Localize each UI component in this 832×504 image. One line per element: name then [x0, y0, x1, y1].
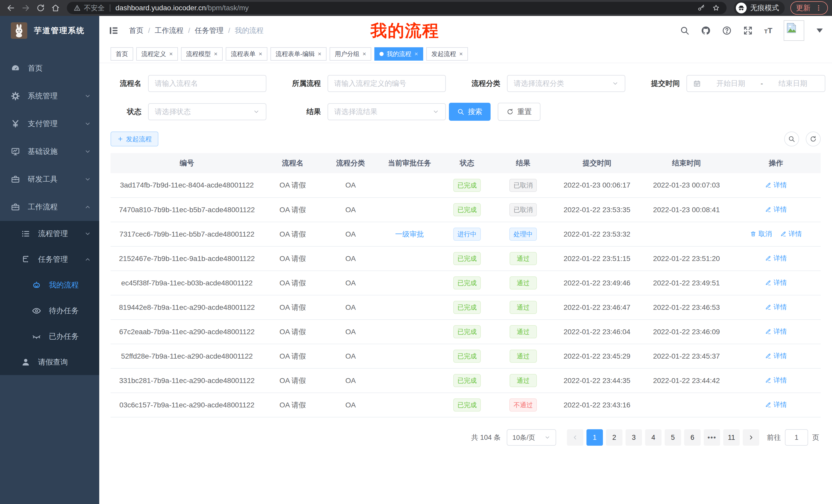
submit-time-range-picker[interactable]: 开始日期 - 结束日期: [686, 75, 825, 92]
browser-reload-button[interactable]: [34, 1, 47, 15]
page-annotation: 我的流程: [370, 20, 439, 42]
security-chip[interactable]: 不安全: [74, 3, 105, 12]
tab-close-icon[interactable]: ×: [414, 51, 418, 57]
detail-link[interactable]: 详情: [765, 327, 787, 336]
sidebar-item-请假查询[interactable]: 请假查询: [0, 349, 99, 375]
sidebar-item-首页[interactable]: 首页: [0, 54, 99, 82]
sidebar-item-任务管理[interactable]: 任务管理: [0, 247, 99, 272]
page-button-6[interactable]: 6: [684, 429, 701, 446]
result-badge: 处理中: [509, 228, 537, 241]
page-size-select[interactable]: 10条/页: [507, 429, 556, 446]
process-category: OA: [322, 344, 379, 368]
browser-menu-icon[interactable]: [815, 4, 822, 11]
page-button-4[interactable]: 4: [645, 429, 661, 446]
detail-link[interactable]: 详情: [765, 303, 787, 312]
detail-link[interactable]: 详情: [765, 205, 787, 214]
table-body: 3ad174fb-7b9d-11ec-8404-acde48001122OA 请…: [110, 173, 821, 417]
tab-close-icon[interactable]: ×: [214, 51, 217, 57]
reset-button[interactable]: 重置: [498, 103, 541, 121]
header-search-icon[interactable]: [680, 26, 690, 35]
sidebar-item-已办任务[interactable]: 已办任务: [0, 324, 99, 349]
detail-link[interactable]: 详情: [765, 254, 787, 263]
password-manager-icon[interactable]: [697, 4, 705, 12]
breadcrumb-item-首页[interactable]: 首页: [129, 26, 144, 35]
page-more-button[interactable]: •••: [704, 429, 720, 446]
status-select[interactable]: 请选择状态: [148, 103, 266, 120]
search-button[interactable]: 搜索: [449, 103, 491, 121]
avatar-dropdown-caret[interactable]: [816, 29, 823, 33]
github-icon[interactable]: [701, 26, 711, 35]
help-icon[interactable]: [722, 26, 732, 35]
start-process-button[interactable]: 发起流程: [110, 132, 158, 146]
avatar[interactable]: [784, 20, 804, 41]
sidebar-item-label: 支付管理: [28, 119, 58, 129]
tab-流程表单[interactable]: 流程表单×: [226, 47, 267, 61]
detail-link[interactable]: 详情: [765, 376, 787, 385]
tab-流程表单-编辑[interactable]: 流程表单-编辑×: [270, 47, 327, 61]
tab-close-icon[interactable]: ×: [363, 51, 366, 57]
sidebar-item-流程管理[interactable]: 流程管理: [0, 221, 99, 247]
app-logo-row[interactable]: 芋道管理系统: [0, 16, 99, 45]
tab-close-icon[interactable]: ×: [459, 51, 463, 57]
sidebar-item-研发工具[interactable]: 研发工具: [0, 165, 99, 193]
tab-首页[interactable]: 首页: [110, 47, 133, 61]
tab-用户分组[interactable]: 用户分组×: [330, 47, 371, 61]
process-definition-input-field[interactable]: [334, 79, 439, 88]
tab-label: 发起流程: [432, 50, 456, 58]
page-button-3[interactable]: 3: [626, 429, 642, 446]
tab-close-icon[interactable]: ×: [318, 51, 321, 57]
sidebar-item-我的流程[interactable]: 我的流程: [0, 272, 99, 298]
sidebar-item-基础设施[interactable]: 基础设施: [0, 138, 99, 165]
prev-page-button[interactable]: [567, 429, 583, 446]
start-date-placeholder[interactable]: 开始日期: [705, 79, 756, 88]
robot-icon: [32, 281, 41, 290]
sidebar-collapse-button[interactable]: [108, 25, 119, 36]
tab-流程模型[interactable]: 流程模型×: [181, 47, 223, 61]
table-refresh-button[interactable]: [806, 132, 821, 146]
breadcrumb-item-工作流程[interactable]: 工作流程: [155, 26, 184, 35]
sidebar-item-待办任务[interactable]: 待办任务: [0, 298, 99, 324]
cancel-link[interactable]: 取消: [750, 229, 772, 239]
process-name-input[interactable]: [148, 75, 266, 92]
tab-close-icon[interactable]: ×: [259, 51, 262, 57]
goto-page-input[interactable]: [785, 429, 808, 446]
page-button-1[interactable]: 1: [587, 429, 603, 446]
table-header-row: 编号流程名流程分类当前审批任务状态结果提交时间结束时间操作: [110, 153, 821, 173]
detail-link[interactable]: 详情: [765, 278, 787, 287]
process-definition-input[interactable]: [328, 75, 446, 92]
submit-time: 2022-01-22 23:45:29: [552, 344, 642, 368]
current-task-link[interactable]: 一级审批: [395, 230, 424, 238]
tab-流程定义[interactable]: 流程定义×: [136, 47, 178, 61]
tab-我的流程[interactable]: 我的流程×: [374, 47, 423, 61]
breadcrumb-item-任务管理[interactable]: 任务管理: [195, 26, 224, 35]
tab-close-icon[interactable]: ×: [169, 51, 173, 57]
font-size-icon[interactable]: TT: [764, 26, 772, 35]
result-select[interactable]: 请选择流结果: [328, 103, 446, 120]
result-badge: 通过: [510, 349, 537, 363]
page-button-11[interactable]: 11: [723, 429, 740, 446]
filter-process-label: 所属流程: [280, 79, 321, 88]
address-bar[interactable]: 不安全 dashboard.yudao.iocoder.cn/bpm/task/…: [67, 2, 727, 14]
detail-link[interactable]: 详情: [765, 180, 787, 190]
bookmark-star-icon[interactable]: [712, 4, 720, 12]
page-button-2[interactable]: 2: [606, 429, 622, 446]
chevron-down-icon: [433, 108, 439, 115]
browser-back-button[interactable]: [4, 1, 18, 15]
tab-发起流程[interactable]: 发起流程×: [426, 47, 468, 61]
category-select[interactable]: 请选择流程分类: [507, 75, 625, 92]
browser-forward-button[interactable]: [19, 1, 32, 15]
sidebar-item-系统管理[interactable]: 系统管理: [0, 82, 99, 110]
sidebar-item-支付管理[interactable]: 支付管理: [0, 110, 99, 138]
sidebar-item-工作流程[interactable]: 工作流程: [0, 193, 99, 221]
end-date-placeholder[interactable]: 结束日期: [767, 79, 818, 88]
browser-update-button[interactable]: 更新: [790, 1, 828, 15]
browser-home-button[interactable]: [49, 1, 62, 15]
process-name-input-field[interactable]: [155, 79, 260, 88]
detail-link[interactable]: 详情: [765, 352, 787, 360]
page-button-5[interactable]: 5: [665, 429, 681, 446]
fullscreen-icon[interactable]: [743, 26, 753, 35]
detail-link[interactable]: 详情: [780, 229, 802, 239]
detail-link[interactable]: 详情: [765, 400, 787, 409]
next-page-button[interactable]: [743, 429, 759, 446]
table-search-toggle-button[interactable]: [784, 132, 799, 146]
